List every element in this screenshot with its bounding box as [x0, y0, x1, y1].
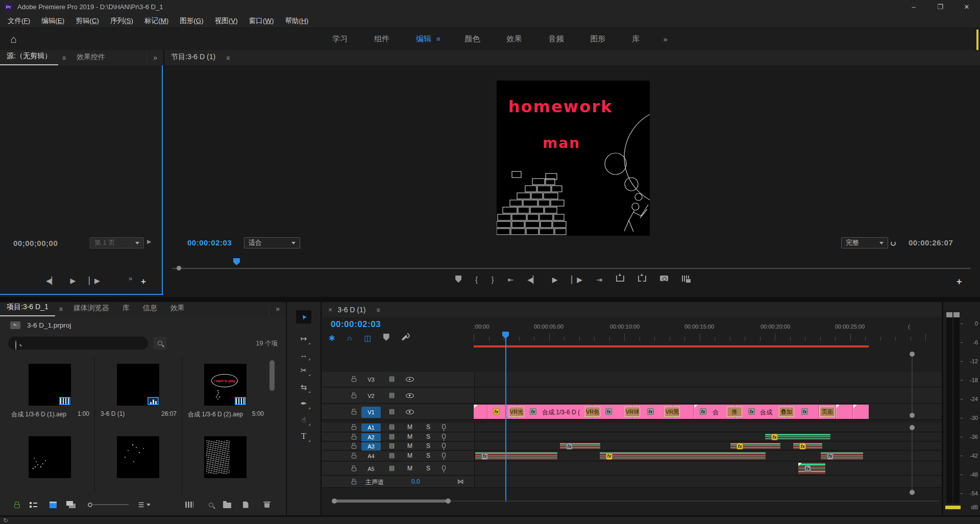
- scrollbar-handle[interactable]: [910, 413, 915, 418]
- icon-view-button[interactable]: [46, 498, 60, 511]
- track-lock-icon[interactable]: [352, 394, 356, 398]
- list-view-button[interactable]: [27, 498, 40, 511]
- menu-item[interactable]: 标记(M): [139, 16, 174, 26]
- workspace-tab-颜色[interactable]: 颜色: [451, 34, 493, 44]
- source-assign-icon[interactable]: ▤: [389, 442, 395, 449]
- audio-clip-A4[interactable]: fx: [599, 452, 766, 460]
- project-item-thumbnail[interactable]: [29, 364, 71, 406]
- track-lock-icon[interactable]: [352, 379, 356, 382]
- track-header-A1[interactable]: A1▤MS: [322, 423, 475, 432]
- menu-item[interactable]: 剪辑(C): [70, 16, 105, 26]
- track-name-V3[interactable]: V3: [361, 374, 381, 385]
- ruler-label[interactable]: 00:00:20:00: [761, 323, 790, 330]
- source-add-button[interactable]: +: [141, 277, 146, 287]
- menu-item[interactable]: 文件(F): [2, 16, 36, 26]
- add-marker-icon[interactable]: [383, 334, 389, 341]
- ruler-label[interactable]: :00:00: [474, 323, 489, 330]
- export-frame-icon[interactable]: [660, 276, 668, 281]
- scrollbar-handle[interactable]: [910, 490, 915, 495]
- play-icon[interactable]: ▶: [552, 276, 558, 284]
- fx-badge-icon[interactable]: fx: [493, 408, 500, 415]
- transition-chip[interactable]: VR黑: [665, 407, 680, 417]
- snap-icon[interactable]: ∩: [347, 334, 353, 343]
- audio-clip-A2[interactable]: fx: [765, 433, 831, 440]
- track-lane-A2[interactable]: [475, 433, 942, 441]
- track-name-A5[interactable]: A5: [361, 465, 381, 473]
- panner-icon[interactable]: ⋈: [457, 478, 464, 485]
- new-bin-button[interactable]: [220, 498, 234, 511]
- project-tab[interactable]: 项目:3-6 D_1: [0, 303, 55, 316]
- sort-menu-button[interactable]: ☰: [138, 498, 151, 511]
- source-assign-icon[interactable]: ▤: [389, 408, 395, 415]
- play-icon[interactable]: ▶: [70, 277, 76, 285]
- tab-close-icon[interactable]: ×: [322, 306, 334, 317]
- mute-button[interactable]: M: [407, 423, 412, 431]
- menu-item[interactable]: 编辑(E): [36, 16, 70, 26]
- voiceover-record-icon[interactable]: [442, 424, 446, 429]
- track-lock-icon[interactable]: [352, 411, 356, 414]
- scrollbar-handle[interactable]: [910, 352, 915, 357]
- program-scrubber[interactable]: [172, 268, 971, 269]
- maximize-button[interactable]: ❐: [927, 0, 953, 14]
- fx-badge-icon[interactable]: fx: [606, 453, 612, 460]
- audio-clip-A3[interactable]: fx: [730, 442, 781, 450]
- project-item-name[interactable]: 合成 1/3-6 D (1).aep: [11, 410, 69, 418]
- project-item-thumbnail[interactable]: [29, 436, 71, 478]
- find-button[interactable]: [204, 498, 217, 511]
- search-bin-icon[interactable]: [153, 337, 166, 350]
- project-item-name[interactable]: 3-6 D (1): [101, 410, 156, 418]
- hand-tool[interactable]: ☝: [296, 413, 311, 427]
- fx-badge-icon[interactable]: fx: [771, 434, 778, 440]
- timeline-timecode[interactable]: 00:00:02:03: [331, 319, 381, 330]
- menu-item[interactable]: 视图(V): [209, 16, 243, 26]
- workspace-tab-menu-icon[interactable]: ≡: [436, 35, 452, 43]
- mute-button[interactable]: M: [407, 442, 412, 450]
- nest-icon[interactable]: ✱: [329, 334, 335, 343]
- source-assign-icon[interactable]: ▤: [389, 452, 395, 459]
- source-assign-icon[interactable]: ▤: [389, 391, 395, 398]
- timeline-vscroll[interactable]: [912, 352, 913, 415]
- track-lane-A3[interactable]: [475, 442, 942, 451]
- panel-menu-icon[interactable]: ≡: [55, 306, 67, 316]
- workspace-tab-组件[interactable]: 组件: [361, 34, 403, 44]
- mark-out-icon[interactable]: }: [492, 276, 494, 284]
- page-selector[interactable]: 第 1 页: [90, 237, 144, 248]
- source-assign-icon[interactable]: ▤: [389, 433, 395, 440]
- home-icon[interactable]: ⌂: [10, 33, 17, 45]
- transition-chip[interactable]: VR球: [625, 407, 640, 417]
- zoom-slider-track[interactable]: [92, 504, 129, 505]
- ruler-label[interactable]: 00:00:15:00: [684, 323, 714, 330]
- solo-button[interactable]: S: [426, 433, 430, 440]
- project-tab[interactable]: 信息: [136, 304, 164, 316]
- search-input[interactable]: [8, 337, 148, 350]
- transition-chip[interactable]: 叠加: [779, 407, 794, 417]
- step-back-icon[interactable]: ◀▏: [46, 277, 57, 285]
- track-header-V3[interactable]: V3▤: [322, 372, 475, 387]
- fx-badge-icon[interactable]: fx: [700, 408, 706, 415]
- project-file-name[interactable]: 3-6 D_1.prproj: [27, 321, 71, 329]
- source-timecode[interactable]: 00;00;00;00: [13, 239, 58, 247]
- track-name-A3[interactable]: A3: [361, 442, 381, 451]
- new-item-button[interactable]: [239, 498, 252, 511]
- scrollbar-handle[interactable]: [332, 498, 337, 504]
- menu-item[interactable]: 帮助(H): [280, 16, 314, 26]
- audio-clip-A3[interactable]: fx: [793, 442, 823, 450]
- fx-badge-icon[interactable]: fx: [827, 453, 834, 460]
- fx-badge-icon[interactable]: fx: [804, 465, 811, 472]
- panel-menu-icon[interactable]: ≡: [222, 55, 234, 65]
- project-item-thumbnail[interactable]: [117, 364, 159, 406]
- scrollbar-handle[interactable]: [446, 498, 451, 504]
- ruler-label[interactable]: 00:00:25:00: [835, 323, 865, 330]
- workspace-overflow-icon[interactable]: »: [653, 35, 677, 43]
- transition-chip[interactable]: 页面: [820, 407, 835, 417]
- track-header-A4[interactable]: A4▤MS: [322, 451, 475, 461]
- project-item-name[interactable]: 合成 1/3-6 D (2).aep: [188, 410, 243, 418]
- source-assign-icon[interactable]: ▤: [389, 423, 395, 430]
- go-to-out-icon[interactable]: ⇥: [596, 276, 602, 284]
- go-to-in-icon[interactable]: ⇤: [508, 276, 514, 284]
- solo-button[interactable]: S: [426, 465, 430, 472]
- audio-clip-A5[interactable]: fx: [798, 462, 826, 475]
- solo-button[interactable]: S: [426, 452, 430, 459]
- track-lane-A1[interactable]: [475, 423, 942, 432]
- mute-button[interactable]: M: [407, 452, 412, 459]
